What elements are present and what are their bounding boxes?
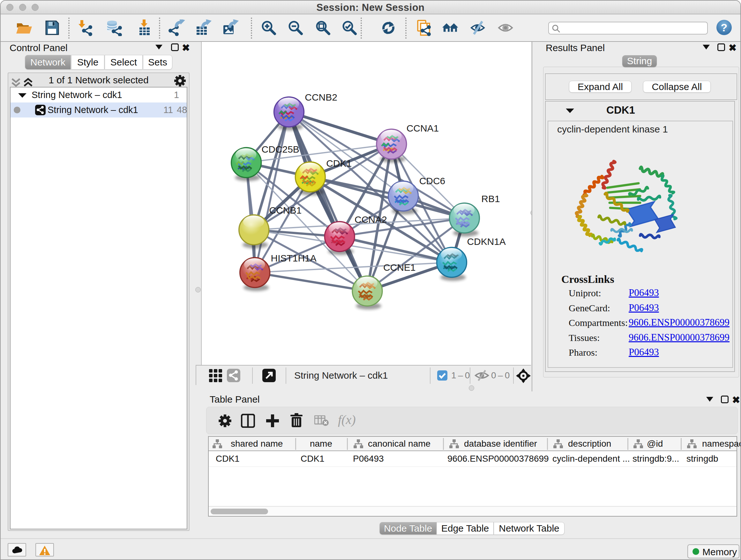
svg-text:CCNA1: CCNA1 — [407, 123, 439, 133]
svg-text:CCNB2: CCNB2 — [305, 92, 337, 103]
svg-text:CDK1: CDK1 — [326, 158, 352, 169]
svg-text:CCNA2: CCNA2 — [354, 214, 387, 225]
svg-text:CDKN1A: CDKN1A — [467, 236, 506, 247]
svg-text:CDC6: CDC6 — [419, 176, 446, 186]
svg-text:RB1: RB1 — [481, 193, 500, 204]
svg-text:CCNE1: CCNE1 — [383, 262, 415, 273]
svg-text:HIST1H1A: HIST1H1A — [271, 253, 317, 263]
svg-text:CDC25B: CDC25B — [262, 144, 299, 154]
svg-text:CCNB1: CCNB1 — [269, 205, 301, 215]
